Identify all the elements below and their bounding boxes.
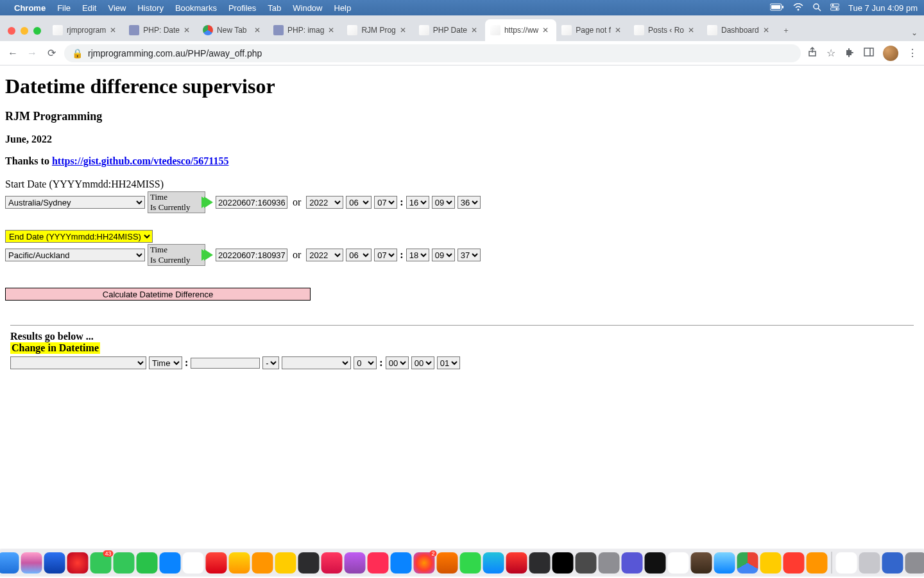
browser-tab[interactable]: Posts ‹ Ro✕ bbox=[629, 19, 702, 41]
tab-close-button[interactable]: ✕ bbox=[471, 26, 480, 35]
share-icon[interactable] bbox=[807, 47, 817, 60]
dock-app[interactable] bbox=[44, 552, 65, 574]
battery-icon[interactable] bbox=[770, 3, 784, 13]
dock-app[interactable] bbox=[599, 552, 620, 574]
tab-close-button[interactable]: ✕ bbox=[542, 26, 551, 35]
dock-app[interactable] bbox=[506, 552, 527, 574]
dock-app[interactable] bbox=[807, 552, 828, 574]
browser-tab[interactable]: New Tab✕ bbox=[198, 19, 268, 41]
dock-app[interactable] bbox=[206, 552, 227, 574]
browser-tab[interactable]: PHP: Date✕ bbox=[124, 19, 198, 41]
forward-button[interactable]: → bbox=[26, 47, 38, 60]
dock-app[interactable] bbox=[275, 552, 296, 574]
dock-app[interactable] bbox=[437, 552, 458, 574]
tab-close-button[interactable]: ✕ bbox=[254, 26, 263, 35]
browser-tab[interactable]: PHP: imag✕ bbox=[268, 19, 342, 41]
menu-tab[interactable]: Tab bbox=[268, 3, 281, 13]
dock-app[interactable] bbox=[298, 552, 320, 574]
new-tab-button[interactable]: ＋ bbox=[777, 21, 795, 39]
dock-app[interactable] bbox=[183, 552, 204, 574]
dock-app[interactable] bbox=[114, 552, 135, 574]
control-center-icon[interactable] bbox=[830, 3, 839, 13]
start-month-select[interactable]: 06 bbox=[346, 196, 372, 209]
result-hour-select[interactable]: 00 bbox=[386, 356, 409, 369]
end-year-select[interactable]: 2022 bbox=[306, 249, 343, 261]
sidepanel-icon[interactable] bbox=[864, 47, 874, 60]
browser-tab[interactable]: PHP Date✕ bbox=[414, 19, 485, 41]
wifi-icon[interactable] bbox=[793, 3, 803, 13]
menu-help[interactable]: Help bbox=[334, 3, 352, 13]
menu-history[interactable]: History bbox=[137, 3, 163, 13]
dock-app[interactable] bbox=[67, 552, 89, 574]
menubar-clock[interactable]: Tue 7 Jun 4:09 pm bbox=[848, 3, 918, 13]
dock-app[interactable] bbox=[0, 552, 19, 574]
thanks-link[interactable]: https://gist.github.com/vtedesco/5671155 bbox=[52, 155, 229, 166]
profile-avatar[interactable] bbox=[883, 46, 898, 61]
dock-app[interactable] bbox=[737, 552, 758, 574]
dock-app[interactable] bbox=[783, 552, 805, 574]
dock-app[interactable] bbox=[714, 552, 735, 574]
dock-app[interactable] bbox=[368, 552, 389, 574]
calculate-button[interactable]: Calculate Datetime Difference bbox=[5, 288, 311, 301]
dock-app[interactable]: 43 bbox=[90, 552, 112, 574]
result-year-select[interactable] bbox=[282, 356, 351, 369]
end-hour-select[interactable]: 18 bbox=[406, 249, 429, 261]
start-hour-select[interactable]: 16 bbox=[406, 196, 429, 209]
start-minute-select[interactable]: 09 bbox=[432, 196, 455, 209]
dock-app[interactable] bbox=[859, 552, 880, 574]
dock-app[interactable] bbox=[345, 552, 366, 574]
end-minute-select[interactable]: 09 bbox=[432, 249, 455, 261]
dock-app[interactable] bbox=[391, 552, 412, 574]
tab-close-button[interactable]: ✕ bbox=[400, 26, 409, 35]
back-button[interactable]: ← bbox=[6, 47, 19, 60]
start-year-select[interactable]: 2022 bbox=[306, 196, 343, 209]
dock-app[interactable] bbox=[552, 552, 574, 574]
dock-app[interactable] bbox=[645, 552, 666, 574]
spotlight-icon[interactable] bbox=[812, 3, 821, 13]
dock-app[interactable] bbox=[137, 552, 158, 574]
end-date-mode-select[interactable]: End Date (YYYYmmdd:HH24MISS) bbox=[5, 230, 153, 243]
end-second-select[interactable]: 37 bbox=[458, 249, 481, 261]
menu-view[interactable]: View bbox=[108, 3, 126, 13]
browser-tab[interactable]: Page not f✕ bbox=[556, 19, 629, 41]
end-month-select[interactable]: 06 bbox=[346, 249, 372, 261]
tabs-overflow-button[interactable]: ⌄ bbox=[911, 28, 918, 37]
result-minute-select[interactable]: 00 bbox=[411, 356, 434, 369]
start-second-select[interactable]: 36 bbox=[458, 196, 481, 209]
result-sign-select[interactable]: - bbox=[262, 356, 279, 369]
menu-profiles[interactable]: Profiles bbox=[228, 3, 256, 13]
window-minimize-button[interactable] bbox=[21, 27, 28, 35]
end-timezone-select[interactable]: Pacific/Auckland bbox=[5, 249, 145, 261]
result-datetime-input[interactable] bbox=[191, 358, 260, 369]
dock-app[interactable] bbox=[905, 552, 925, 574]
dock-app[interactable] bbox=[483, 552, 504, 574]
dock-app[interactable] bbox=[836, 552, 857, 574]
result-month-select[interactable]: 0 bbox=[354, 356, 377, 369]
start-datetime-input[interactable] bbox=[216, 196, 287, 209]
dock-app[interactable] bbox=[882, 552, 903, 574]
tab-close-button[interactable]: ✕ bbox=[763, 26, 772, 35]
dock-app[interactable] bbox=[760, 552, 782, 574]
end-datetime-input[interactable] bbox=[216, 249, 287, 261]
chrome-menu-icon[interactable]: ⋮ bbox=[907, 47, 918, 59]
end-day-select[interactable]: 07 bbox=[374, 249, 397, 261]
start-timezone-select[interactable]: Australia/Sydney bbox=[5, 196, 145, 209]
dock-app[interactable] bbox=[252, 552, 273, 574]
menu-bookmarks[interactable]: Bookmarks bbox=[175, 3, 217, 13]
address-bar[interactable]: 🔒 rjmprogramming.com.au/PHP/away_off.php bbox=[64, 44, 801, 62]
browser-tab[interactable]: https://ww✕ bbox=[485, 19, 556, 41]
result-second-select[interactable]: 01 bbox=[437, 356, 460, 369]
result-timezone-select[interactable] bbox=[10, 356, 146, 369]
tab-close-button[interactable]: ✕ bbox=[184, 26, 193, 35]
tab-close-button[interactable]: ✕ bbox=[688, 26, 697, 35]
tab-close-button[interactable]: ✕ bbox=[328, 26, 337, 35]
extensions-icon[interactable] bbox=[844, 47, 855, 60]
dock-app[interactable] bbox=[21, 552, 42, 574]
tab-close-button[interactable]: ✕ bbox=[615, 26, 624, 35]
browser-tab[interactable]: Dashboard✕ bbox=[702, 19, 777, 41]
dock-app[interactable] bbox=[622, 552, 643, 574]
dock-app[interactable] bbox=[691, 552, 712, 574]
menu-file[interactable]: File bbox=[57, 3, 71, 13]
tab-close-button[interactable]: ✕ bbox=[110, 26, 119, 35]
reload-button[interactable]: ⟳ bbox=[45, 47, 58, 60]
